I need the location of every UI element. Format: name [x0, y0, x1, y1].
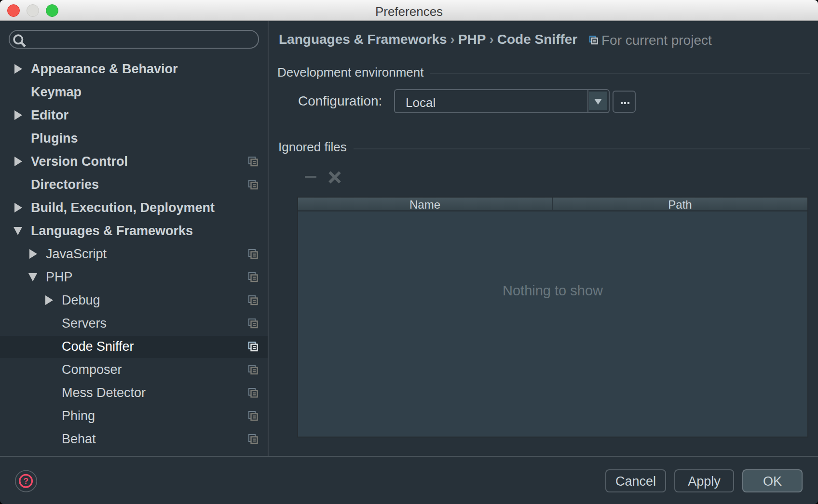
svg-text:?: ? [23, 477, 28, 486]
